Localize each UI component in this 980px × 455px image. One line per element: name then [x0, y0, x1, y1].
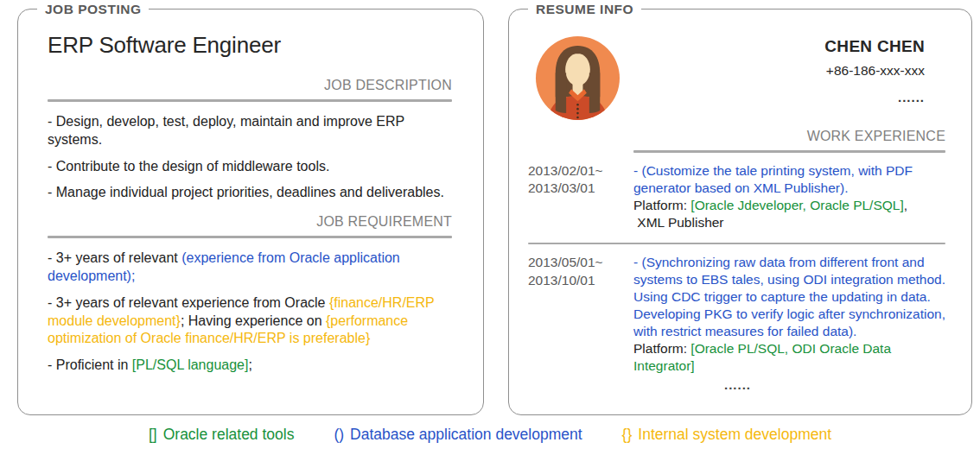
- text-segment: [PL/SQL language]: [132, 357, 249, 372]
- text-segment: - Design, develop, test, deploy, maintai…: [48, 114, 408, 147]
- resume-info-panel: RESUME INFO: [508, 9, 972, 415]
- text-segment: Platform:: [633, 198, 690, 212]
- text-segment: - (Synchronizing raw data from different…: [633, 255, 949, 338]
- text-segment: - (Customize the tale printing system, w…: [633, 163, 916, 195]
- job-description-rule: [48, 99, 452, 102]
- legend-label: Oracle related tools: [163, 426, 295, 443]
- legend-label: Database application development: [350, 426, 582, 443]
- contact-block: CHEN CHEN +86-186-xxx-xxx ......: [824, 35, 925, 104]
- job-requirement-rule: [48, 236, 452, 238]
- text-segment: XML Publisher: [633, 215, 724, 230]
- entry-divider: [528, 243, 945, 245]
- paragraph: XML Publisher: [633, 214, 945, 231]
- job-title: ERP Software Engineer: [48, 32, 452, 59]
- entry-dates: 2013/05/01~ 2013/10/01: [528, 254, 614, 375]
- work-entry: 2013/02/01~ 2013/03/01 - (Customize the …: [528, 162, 945, 231]
- job-description-list: - Design, develop, test, deploy, maintai…: [48, 113, 452, 202]
- paragraph: Platform: [Oracle PL/SQL, ODI Oracle Dat…: [633, 340, 945, 375]
- candidate-name: CHEN CHEN: [824, 37, 925, 56]
- entry-description: - (Synchronizing raw data from different…: [633, 254, 945, 375]
- paragraph: - Manage individual project priorities, …: [48, 184, 452, 202]
- work-experience-heading: WORK EXPERIENCE: [633, 129, 945, 144]
- paragraph: - 3+ years of relevant (experience from …: [48, 250, 452, 286]
- text-segment: - 3+ years of relevant experience from O…: [48, 295, 329, 310]
- legend-label: Internal system development: [638, 426, 831, 443]
- work-experience-section: WORK EXPERIENCE 2013/02/01~ 2013/03/01 -…: [509, 129, 971, 392]
- job-requirement-heading: JOB REQUIREMENT: [48, 214, 452, 230]
- avatar-hair-right: [589, 73, 600, 114]
- paragraph: Platform: [Oracle Jdeveloper, Oracle PL/…: [633, 197, 945, 214]
- entry-date-from: 2013/02/01~: [528, 162, 614, 180]
- text-segment: ;: [248, 357, 251, 372]
- job-posting-panel-label: JOB POSTING: [37, 0, 149, 18]
- paragraph: - Design, develop, test, deploy, maintai…: [48, 113, 452, 149]
- text-segment: - Proficient in: [48, 357, 132, 372]
- paragraph: - (Customize the tale printing system, w…: [633, 162, 945, 197]
- entry-dates: 2013/02/01~ 2013/03/01: [528, 162, 614, 231]
- paragraph: - (Synchronizing raw data from different…: [633, 254, 945, 340]
- text-segment: [Oracle Jdeveloper, Oracle PL/SQL]: [690, 198, 903, 212]
- color-legend: []Oracle related tools ()Database applic…: [0, 426, 980, 444]
- job-posting-content: ERP Software Engineer JOB DESCRIPTION - …: [18, 9, 483, 375]
- legend-symbol-braces: {}: [622, 426, 633, 443]
- entry-date-to: 2013/10/01: [528, 272, 614, 289]
- contact-ellipsis: ......: [824, 90, 925, 104]
- legend-symbol-parens: (): [334, 426, 344, 443]
- job-requirement-list: - 3+ years of relevant (experience from …: [48, 250, 452, 375]
- text-segment: - 3+ years of relevant: [48, 250, 181, 265]
- job-posting-panel: JOB POSTING ERP Software Engineer JOB DE…: [17, 9, 484, 415]
- legend-symbol-brackets: []: [149, 426, 157, 443]
- paragraph: - Contribute to the design of middleware…: [48, 158, 452, 176]
- candidate-phone: +86-186-xxx-xxx: [824, 63, 925, 79]
- resume-info-panel-label: RESUME INFO: [528, 0, 641, 18]
- text-segment: - Contribute to the design of middleware…: [48, 159, 329, 174]
- entry-description: - (Customize the tale printing system, w…: [633, 162, 945, 231]
- text-segment: ; Having experience on: [181, 313, 326, 328]
- entry-date-from: 2013/05/01~: [528, 254, 614, 271]
- text-segment: Platform:: [633, 341, 690, 356]
- text-segment: - Manage individual project priorities, …: [48, 185, 444, 199]
- legend-item-internal-dev: {}Internal system development: [622, 426, 831, 444]
- profile-avatar-icon: [535, 35, 620, 121]
- legend-item-database-dev: ()Database application development: [334, 426, 582, 444]
- text-segment: ,: [904, 198, 907, 212]
- paragraph: - 3+ years of relevant experience from O…: [48, 294, 452, 348]
- work-entry: 2013/05/01~ 2013/10/01 - (Synchronizing …: [528, 254, 945, 375]
- legend-item-oracle-tools: []Oracle related tools: [149, 426, 294, 444]
- job-description-heading: JOB DESCRIPTION: [48, 78, 452, 93]
- paragraph: - Proficient in [PL/SQL language];: [48, 357, 452, 375]
- work-experience-rule: [633, 150, 945, 153]
- infographic-page: JOB POSTING ERP Software Engineer JOB DE…: [0, 0, 980, 455]
- entry-date-to: 2013/03/01: [528, 180, 614, 197]
- resume-header: CHEN CHEN +86-186-xxx-xxx ......: [509, 9, 971, 121]
- avatar-hair-left: [556, 73, 566, 114]
- work-footer-ellipsis: ......: [633, 377, 842, 392]
